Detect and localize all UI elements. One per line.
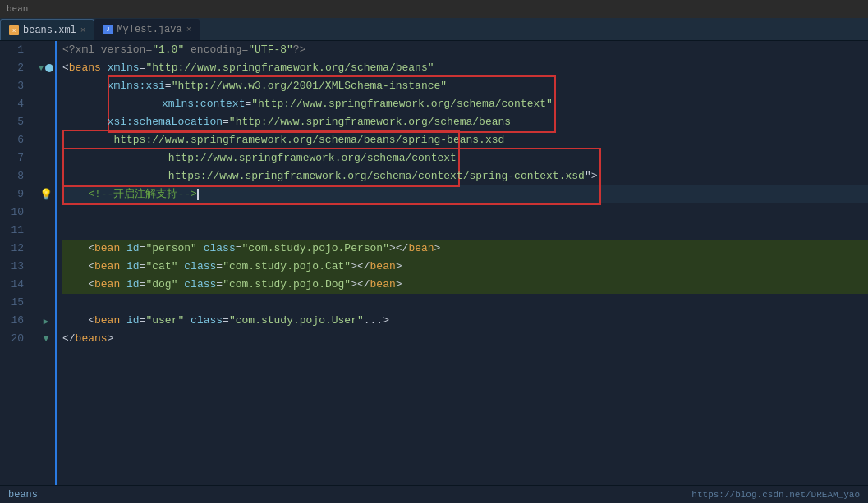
line-num-13: 13 (0, 258, 30, 276)
status-right: https://blog.csdn.net/DREAM_yao (691, 490, 860, 500)
tab-label-beans-xml: beans.xml (23, 25, 76, 36)
line-num-14: 14 (0, 276, 30, 294)
tab-label-mytest-java: MyTest.java (117, 24, 181, 35)
line-num-2: 2 (0, 59, 30, 77)
tab-bar: x beans.xml × J MyTest.java × (0, 18, 868, 41)
code-line-13: <bean id="cat" class="com.study.pojo.Cat… (62, 258, 868, 276)
gutter-13 (37, 258, 55, 276)
gutter-3 (37, 77, 55, 95)
gutter-15 (37, 294, 55, 312)
gutter-5 (37, 113, 55, 131)
fold-close-icon[interactable]: ▼ (44, 334, 49, 344)
code-line-8: https://www.springframework.org/schema/c… (62, 167, 868, 185)
code-line-2: <beans xmlns="http://www.springframework… (62, 59, 868, 77)
java-file-icon: J (103, 25, 113, 34)
code-line-12: <bean id="person" class="com.study.pojo.… (62, 240, 868, 258)
gutter-col: ▼ 💡 ▶ ▼ (37, 41, 55, 485)
status-left: beans (8, 489, 38, 501)
title-bar-text: bean (7, 4, 28, 14)
tab-beans-xml[interactable]: x beans.xml × (0, 19, 94, 40)
gutter-10 (37, 203, 55, 222)
gutter-9[interactable]: 💡 (37, 185, 55, 203)
xml-file-icon: x (9, 25, 19, 35)
lightbulb-icon[interactable]: 💡 (39, 188, 53, 201)
gutter-14 (37, 276, 55, 294)
text-cursor (197, 189, 199, 200)
line-numbers: 1 2 3 4 5 6 7 8 9 10 11 12 13 14 15 16 2… (0, 41, 37, 485)
code-line-11 (62, 222, 868, 240)
line-num-12: 12 (0, 240, 30, 258)
line-num-4: 4 (0, 95, 30, 113)
line-num-6: 6 (0, 131, 30, 149)
line-num-9: 9 (0, 185, 30, 203)
gutter-20[interactable]: ▼ (37, 330, 55, 348)
code-line-10 (62, 203, 868, 222)
line-num-11: 11 (0, 222, 30, 240)
title-bar: bean (0, 0, 868, 18)
code-line-20: </beans> (62, 330, 868, 348)
code-line-5: xsi:schemaLocation="http://www.springfra… (62, 113, 868, 131)
fold-icon[interactable]: ▼ (39, 63, 44, 73)
code-line-15 (62, 294, 868, 312)
line-num-10: 10 (0, 203, 30, 222)
gutter-7 (37, 149, 55, 167)
code-area[interactable]: <?xml version="1.0" encoding="UTF-8"?> <… (57, 41, 868, 485)
tab-mytest-java[interactable]: J MyTest.java × (94, 19, 200, 40)
line-num-8: 8 (0, 167, 30, 185)
bean-spring-icon (45, 64, 53, 72)
code-line-14: <bean id="dog" class="com.study.pojo.Dog… (62, 276, 868, 294)
gutter-2[interactable]: ▼ (37, 59, 55, 77)
line-num-20: 20 (0, 330, 30, 348)
gutter-1 (37, 41, 55, 59)
code-line-16: <bean id="user" class="com.study.pojo.Us… (62, 312, 868, 330)
gutter-16[interactable]: ▶ (37, 312, 55, 330)
line-num-3: 3 (0, 77, 30, 95)
code-line-1: <?xml version="1.0" encoding="UTF-8"?> (62, 41, 868, 59)
code-line-4: xmlns:context="http://www.springframewor… (62, 95, 868, 113)
line-num-15: 15 (0, 294, 30, 312)
tab-close-beans-xml[interactable]: × (80, 25, 86, 35)
gutter-11 (37, 222, 55, 240)
line-num-1: 1 (0, 41, 30, 59)
status-bar: beans https://blog.csdn.net/DREAM_yao (0, 485, 868, 503)
editor-container: 1 2 3 4 5 6 7 8 9 10 11 12 13 14 15 16 2… (0, 41, 868, 485)
gutter-12 (37, 240, 55, 258)
gutter-6 (37, 131, 55, 149)
gutter-4 (37, 95, 55, 113)
expand-icon[interactable]: ▶ (44, 316, 49, 327)
line-num-7: 7 (0, 149, 30, 167)
line-num-16: 16 (0, 312, 30, 330)
line-num-5: 5 (0, 113, 30, 131)
gutter-8 (37, 167, 55, 185)
tab-close-mytest-java[interactable]: × (186, 25, 192, 34)
